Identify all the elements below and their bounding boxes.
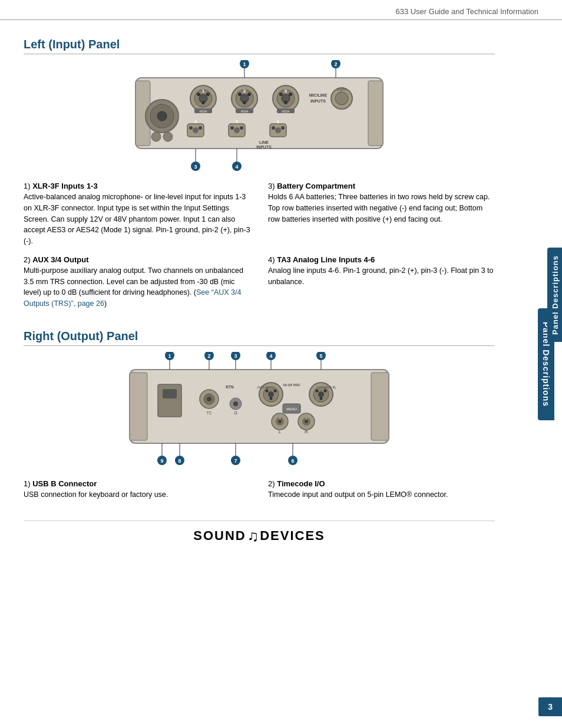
left-desc-4-number: 4) — [268, 255, 277, 264]
svg-text:1: 1 — [168, 353, 171, 359]
svg-point-23 — [289, 93, 292, 96]
svg-point-14 — [238, 93, 242, 96]
svg-point-35 — [199, 126, 202, 130]
left-desc-2-body: Multi-purpose auxiliary analog output. T… — [24, 265, 250, 309]
left-desc-4-title: TA3 Analog Line Inputs 4-6 — [277, 255, 375, 264]
svg-point-43 — [281, 126, 285, 130]
left-desc-1-title: XLR-3F Inputs 1-3 — [32, 182, 98, 190]
svg-text:6: 6 — [277, 120, 279, 124]
svg-text:4: 4 — [235, 164, 238, 170]
brand-text-right: DEVICES — [260, 528, 325, 543]
svg-rect-71 — [371, 373, 389, 440]
svg-text:1: 1 — [202, 88, 205, 94]
svg-text:Ω: Ω — [234, 411, 237, 415]
svg-point-105 — [305, 420, 308, 423]
svg-point-84 — [266, 389, 269, 392]
right-desc-2-body: Timecode input and output on 5-pin LEMO®… — [268, 489, 495, 500]
svg-point-92 — [318, 391, 324, 397]
svg-point-79 — [233, 401, 238, 406]
svg-point-37 — [234, 127, 240, 133]
left-desc-3-number: 3) — [268, 182, 277, 190]
svg-text:8: 8 — [178, 458, 181, 464]
svg-text:3: 3 — [285, 88, 287, 94]
right-panel-heading: Right (Output) Panel — [24, 330, 495, 346]
panel-descriptions-tab: Panel Descriptions — [547, 248, 562, 342]
right-desc-1-body: USB connection for keyboard or factory u… — [24, 489, 250, 500]
left-desc-2-header: 2) AUX 3/4 Output — [24, 255, 250, 264]
left-desc-4-header: 4) TA3 Analog Line Inputs 4-6 — [268, 255, 495, 264]
svg-point-94 — [324, 389, 327, 392]
main-content: Left (Input) Panel HS04 — [0, 20, 518, 557]
svg-text:4: 4 — [194, 120, 197, 124]
svg-text:6: 6 — [291, 458, 294, 464]
svg-point-76 — [207, 397, 211, 401]
left-desc-1-body: Active-balanced analog microphone- or li… — [24, 192, 250, 247]
svg-text:3: 3 — [234, 353, 237, 359]
svg-point-49 — [151, 132, 161, 141]
left-desc-item-3: 3) Battery Compartment Holds 6 AA batter… — [268, 182, 495, 247]
svg-text:X3/X4: X3/X4 — [337, 88, 347, 91]
svg-text:3: 3 — [194, 164, 197, 170]
svg-text:MENU: MENU — [286, 407, 297, 411]
svg-point-6 — [197, 93, 200, 96]
svg-rect-2 — [368, 81, 383, 146]
svg-point-48 — [157, 111, 167, 121]
svg-point-16 — [243, 101, 246, 104]
left-desc-item-2: 2) AUX 3/4 Output Multi-purpose auxiliar… — [24, 255, 250, 309]
svg-point-24 — [284, 101, 287, 104]
left-desc-2-number: 2) — [24, 255, 32, 264]
svg-text:2: 2 — [243, 88, 246, 94]
left-desc-item-4: 4) TA3 Analog Line Inputs 4-6 Analog lin… — [268, 255, 495, 309]
svg-point-8 — [201, 101, 205, 104]
right-panel-svg: TC Ω (AES A) MENU — [112, 352, 406, 470]
svg-rect-70 — [130, 373, 147, 440]
left-panel-svg: HS04 HS04 HS04 MIC/L — [118, 60, 401, 172]
right-desc-2-number: 2) — [268, 479, 277, 488]
page-number: 3 — [538, 697, 562, 716]
right-desc-1-header: 1) USB B Connector — [24, 479, 250, 488]
right-desc-1-number: 1) — [24, 479, 32, 488]
left-desc-4-body: Analog line inputs 4-6. Pin-1 ground, pi… — [268, 265, 495, 288]
left-desc-3-title: Battery Compartment — [277, 182, 355, 190]
svg-rect-73 — [163, 389, 177, 398]
svg-point-93 — [316, 389, 319, 392]
svg-point-100 — [278, 420, 282, 423]
svg-point-42 — [272, 126, 275, 130]
svg-text:4: 4 — [269, 353, 272, 359]
page-header: 633 User Guide and Technical Information — [0, 0, 562, 20]
svg-text:L: L — [279, 429, 282, 434]
left-desc-2-title: AUX 3/4 Output — [32, 255, 88, 264]
brand-text-left: SOUND — [193, 528, 246, 543]
svg-text:MIC/LINE: MIC/LINE — [309, 93, 328, 97]
left-desc-1-number: 1) — [24, 182, 32, 190]
left-desc-1-header: 1) XLR-3F Inputs 1-3 — [24, 182, 250, 190]
svg-point-50 — [163, 132, 173, 141]
svg-text:5: 5 — [236, 120, 238, 124]
svg-text:HS04: HS04 — [282, 110, 290, 113]
svg-point-86 — [270, 397, 273, 400]
svg-point-85 — [274, 389, 277, 392]
svg-point-34 — [189, 126, 193, 130]
brand-logo-icon: ♫ — [247, 527, 259, 545]
svg-text:+: + — [279, 416, 281, 420]
svg-point-38 — [230, 126, 234, 130]
svg-text:10-18 VDC: 10-18 VDC — [283, 383, 300, 387]
left-desc-3-header: 3) Battery Compartment — [268, 182, 495, 190]
svg-text:(AES A): (AES A) — [257, 386, 269, 389]
svg-point-7 — [206, 93, 210, 96]
right-desc-2-header: 2) Timecode I/O — [268, 479, 495, 488]
svg-point-95 — [320, 397, 323, 400]
svg-point-33 — [193, 127, 199, 133]
svg-point-41 — [275, 127, 281, 133]
aux-link[interactable]: See “AUX 3/4 Outputs (TRS)”, page 26 — [24, 288, 241, 308]
svg-text:HS04: HS04 — [200, 110, 207, 113]
left-panel-diagram: HS04 HS04 HS04 MIC/L — [24, 60, 495, 172]
header-title: 633 User Guide and Technical Information — [395, 7, 538, 16]
svg-text:7: 7 — [234, 458, 237, 464]
svg-text:HS04: HS04 — [241, 110, 249, 113]
left-panel-heading: Left (Input) Panel — [24, 38, 495, 54]
footer-brand: SOUND ♫ DEVICES — [24, 521, 495, 545]
left-desc-3-body: Holds 6 AA batteries; Three batteries in… — [268, 192, 495, 225]
svg-text:5: 5 — [319, 353, 322, 359]
svg-text:LINE: LINE — [259, 140, 269, 144]
